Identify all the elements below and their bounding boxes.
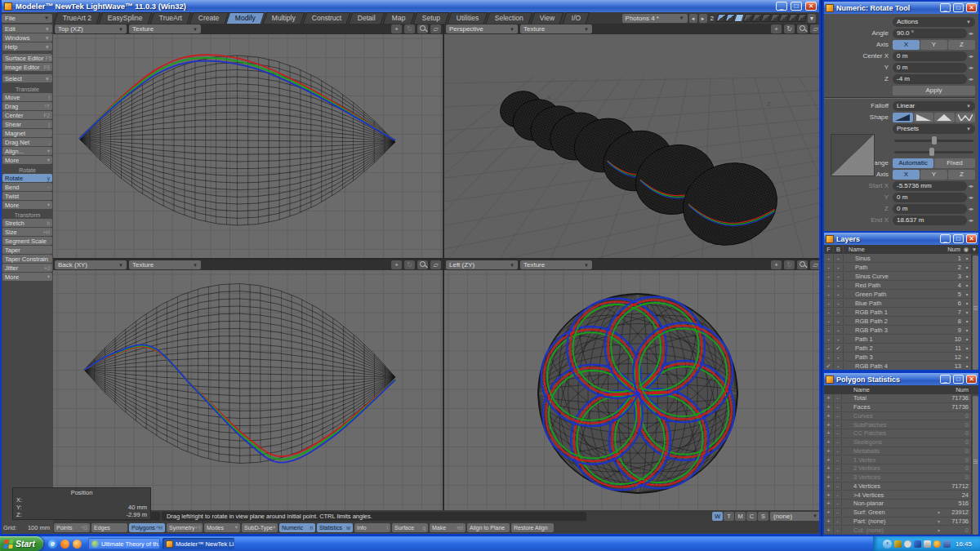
minimize-button[interactable]: _ xyxy=(940,234,951,243)
maximize-button[interactable]: □ xyxy=(953,375,964,384)
toolbar-button[interactable]: Numericn xyxy=(279,523,315,532)
select-plus-button[interactable]: + xyxy=(824,464,834,472)
stepper-icon[interactable]: ◂▸ xyxy=(967,64,975,71)
shading-dropdown[interactable]: Texture▼ xyxy=(129,260,201,269)
sidebar-menu-button[interactable]: Windows▼ xyxy=(2,33,52,42)
layer-row[interactable]: - - Path 2 • xyxy=(824,263,971,272)
menu-tab[interactable]: Modify xyxy=(226,12,265,24)
select-plus-button[interactable]: + xyxy=(824,518,834,525)
zoom-icon[interactable] xyxy=(797,260,808,269)
visibility-dot[interactable]: • xyxy=(963,353,971,361)
close-button[interactable]: ✕ xyxy=(966,3,977,12)
visibility-dot[interactable]: • xyxy=(963,255,971,262)
tool-button[interactable]: Taper Constrain xyxy=(2,255,52,263)
tool-button[interactable]: Drag^T xyxy=(2,102,52,110)
menu-tab[interactable]: Multiply xyxy=(263,12,305,24)
layer-row[interactable]: - - RGB Path 3 9 • xyxy=(824,326,971,335)
rotate-icon[interactable]: ↻ xyxy=(784,260,795,269)
visibility-dot[interactable]: • xyxy=(963,344,971,352)
stepper-icon[interactable]: ◂▸ xyxy=(967,76,975,82)
select-plus-button[interactable]: + xyxy=(824,491,834,499)
presets-dropdown[interactable]: Presets▼ xyxy=(893,124,975,134)
menu-tab[interactable]: TrueArt xyxy=(149,12,191,24)
deselect-minus-button[interactable]: - xyxy=(834,527,842,534)
zoom-icon[interactable] xyxy=(417,260,428,269)
deselect-minus-button[interactable]: - xyxy=(834,491,842,499)
deselect-minus-button[interactable]: - xyxy=(834,403,842,411)
chevron-down-icon[interactable]: ▾ xyxy=(970,246,978,253)
center-y-field[interactable]: 0 m xyxy=(893,63,967,73)
select-plus-button[interactable]: + xyxy=(824,447,834,455)
axis-button[interactable]: Z xyxy=(948,40,975,50)
vmap-dropdown[interactable]: (none)▼ xyxy=(770,512,821,521)
stepper-icon[interactable]: ◂▸ xyxy=(967,30,975,37)
visibility-dot[interactable]: • xyxy=(963,318,971,325)
select-plus-button[interactable]: + xyxy=(824,403,834,411)
chevron-down-icon[interactable]: ▾ xyxy=(938,527,943,533)
statistics-scrollbar[interactable] xyxy=(971,394,978,535)
toolbar-button[interactable]: Modes▾ xyxy=(204,523,240,532)
pan-icon[interactable]: + xyxy=(391,260,402,269)
background-cell[interactable]: - xyxy=(834,300,844,307)
tool-button[interactable]: Twist xyxy=(2,192,52,200)
vmap-mode-button[interactable]: M xyxy=(735,512,746,521)
close-button[interactable]: ✕ xyxy=(966,375,977,384)
minimize-button[interactable]: _ xyxy=(776,2,787,11)
actions-dropdown[interactable]: Actions▼ xyxy=(893,17,975,27)
viewport-left-canvas[interactable] xyxy=(444,270,821,510)
background-cell[interactable]: - xyxy=(834,282,844,289)
toolbar-button[interactable]: Polygons^H xyxy=(129,523,165,532)
background-cell[interactable]: - xyxy=(834,273,844,280)
vmap-mode-button[interactable]: C xyxy=(746,512,757,521)
range-button[interactable]: Fixed xyxy=(934,158,975,168)
expand-icon[interactable]: ▱ xyxy=(430,24,441,33)
pan-icon[interactable]: + xyxy=(771,260,782,269)
visibility-dot[interactable]: • xyxy=(963,362,971,370)
tool-button[interactable]: Jitter+J xyxy=(2,264,52,272)
stepper-icon[interactable]: ◂▸ xyxy=(967,206,975,212)
tool-button[interactable]: Shear| xyxy=(2,120,52,128)
layer-row[interactable]: - - RGB Path 2 8 • xyxy=(824,317,971,326)
viewport-back-canvas[interactable] xyxy=(53,270,443,510)
select-plus-button[interactable]: + xyxy=(824,473,834,481)
rotate-icon[interactable]: ↻ xyxy=(784,24,795,33)
foreground-cell[interactable]: - xyxy=(824,344,834,352)
background-cell[interactable]: - xyxy=(834,327,844,334)
pan-icon[interactable]: + xyxy=(391,24,402,33)
visibility-dot[interactable]: • xyxy=(963,309,971,316)
range-button[interactable]: Automatic xyxy=(893,158,933,168)
stepper-icon[interactable]: ◂▸ xyxy=(967,53,975,60)
view-type-dropdown[interactable]: Top (XZ)▼ xyxy=(55,24,127,33)
tray-update-icon[interactable] xyxy=(933,540,941,548)
chevron-down-icon[interactable]: ▾ xyxy=(938,509,943,515)
toolbar-button[interactable]: Restore Align xyxy=(511,523,554,532)
shape-ramp-down-button[interactable] xyxy=(914,113,934,122)
minimize-button[interactable]: _ xyxy=(940,3,951,12)
select-plus-button[interactable]: + xyxy=(824,429,834,437)
select-plus-button[interactable]: + xyxy=(824,527,834,534)
foreground-cell[interactable]: - xyxy=(824,327,834,334)
background-cell[interactable]: - xyxy=(834,362,844,370)
layer-row[interactable]: - - Sinus Curve 3 • xyxy=(824,272,971,281)
select-plus-button[interactable]: + xyxy=(824,394,834,402)
background-cell[interactable]: - xyxy=(834,353,844,361)
stepper-icon[interactable]: ◂▸ xyxy=(967,194,975,201)
tool-button[interactable]: More▾ xyxy=(2,273,52,281)
tool-button[interactable]: Stretchh xyxy=(2,219,52,227)
foreground-cell[interactable]: - xyxy=(824,291,834,298)
menu-tab[interactable]: I/O xyxy=(562,12,590,24)
maximize-button[interactable]: □ xyxy=(953,234,964,243)
layer-row[interactable]: - - Green Path 5 • xyxy=(824,290,971,299)
center-x-field[interactable]: 0 m xyxy=(893,51,967,61)
start-button[interactable]: Start xyxy=(0,536,43,551)
deselect-minus-button[interactable]: - xyxy=(834,438,842,446)
select-plus-button[interactable]: + xyxy=(824,482,834,490)
select-plus-button[interactable]: + xyxy=(824,456,834,464)
menu-tab[interactable]: Selection xyxy=(486,12,533,24)
foreground-cell[interactable]: - xyxy=(824,282,834,289)
visibility-dot[interactable]: • xyxy=(963,327,971,334)
falloff-slider-2[interactable] xyxy=(893,147,975,157)
angle-field[interactable]: 90.0 ° xyxy=(893,29,967,38)
layer-next-button[interactable]: ▸ xyxy=(699,14,707,23)
menu-tab[interactable]: Construct xyxy=(303,12,351,24)
